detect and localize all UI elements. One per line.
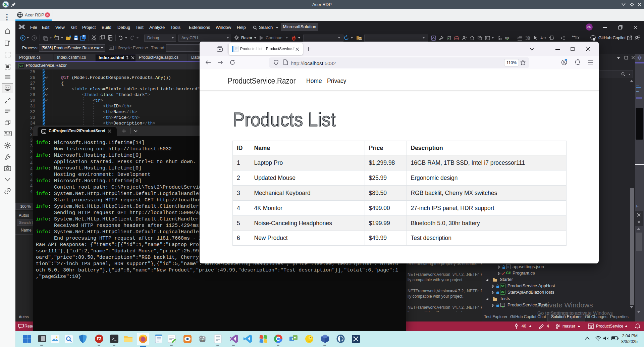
svg-text:Products List: Products List [233,110,335,130]
svg-text:A: A [540,36,543,40]
svg-text:abc: abc [505,36,509,39]
svg-text:@: @ [528,37,530,39]
